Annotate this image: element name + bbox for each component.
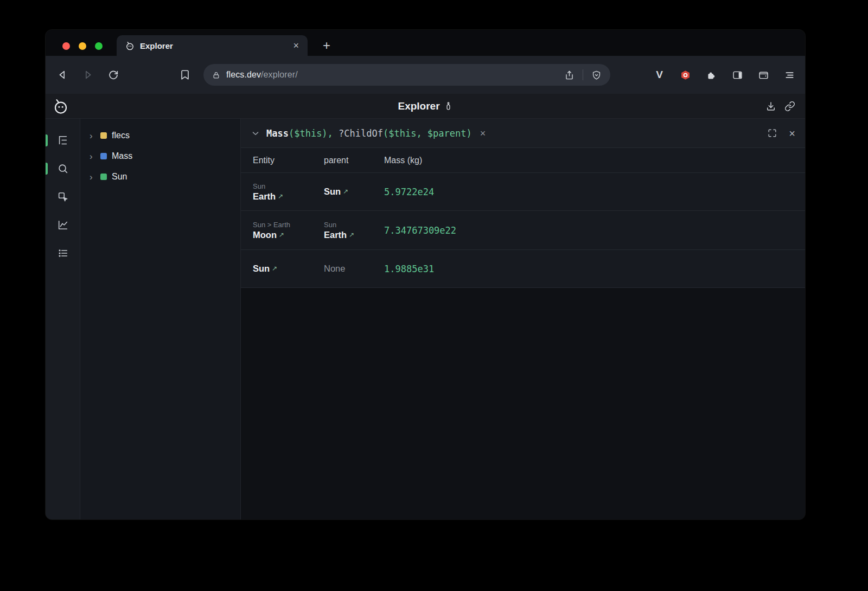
- external-link-icon: ↗: [279, 231, 284, 239]
- sidebar-item-tree[interactable]: [46, 126, 80, 155]
- expander-icon[interactable]: ›: [90, 172, 95, 182]
- rows-icon: [57, 247, 69, 259]
- query-term: ($this, $parent): [383, 128, 472, 139]
- extensions-puzzle-icon[interactable]: [704, 66, 719, 84]
- column-entity: Entity: [253, 156, 324, 165]
- table-row: Sun↗ None 1.9885e31: [241, 249, 805, 287]
- tree-icon: [57, 134, 69, 146]
- sidebar-toggle-icon[interactable]: [730, 66, 745, 84]
- tree-item-mass[interactable]: › Mass: [80, 146, 240, 166]
- url-text[interactable]: flecs.dev/explorer/: [226, 70, 564, 80]
- divider: [583, 69, 583, 80]
- entity-path: Sun: [253, 182, 324, 190]
- address-bar[interactable]: flecs.dev/explorer/: [203, 64, 610, 86]
- app-header: Explorer: [46, 94, 805, 119]
- active-indicator-query: [46, 163, 48, 175]
- fullscreen-icon[interactable]: [767, 128, 777, 138]
- close-window-button[interactable]: [62, 42, 70, 50]
- tab-strip: Explorer × +: [46, 30, 805, 56]
- search-icon: [57, 163, 69, 175]
- inspector-icon: [57, 191, 69, 203]
- tab-title: Explorer: [140, 41, 288, 50]
- query-clear-icon[interactable]: ×: [480, 129, 486, 138]
- parent-link[interactable]: Earth↗: [324, 230, 384, 240]
- hexagon-badge-icon[interactable]: [678, 66, 693, 84]
- entity-cell: Sun > Earth Moon↗: [253, 221, 324, 240]
- tool-sidebar: [46, 119, 80, 519]
- query-term: Mass: [266, 128, 289, 139]
- parent-cell: Sun↗: [324, 187, 384, 197]
- expander-icon[interactable]: ›: [90, 152, 95, 161]
- external-link-icon: ↗: [349, 231, 354, 239]
- url-path: /explorer/: [261, 70, 298, 79]
- mass-value: 5.9722e24: [384, 187, 805, 197]
- sidebar-item-profiler[interactable]: [46, 239, 80, 267]
- app-content: › flecs › Mass › Sun Mass($this), ?Chi: [46, 119, 805, 519]
- column-mass: Mass (kg): [384, 156, 805, 165]
- query-expression[interactable]: Mass($this), ?ChildOf($this, $parent): [266, 128, 472, 139]
- entity-swatch: [100, 132, 107, 139]
- reload-button[interactable]: [104, 66, 123, 84]
- zoom-window-button[interactable]: [95, 42, 103, 50]
- sidebar-item-inspect[interactable]: [46, 183, 80, 211]
- entity-swatch: [100, 174, 107, 180]
- tab-explorer[interactable]: Explorer ×: [117, 35, 308, 56]
- new-tab-button[interactable]: +: [317, 36, 336, 55]
- mass-value: 1.9885e31: [384, 264, 805, 274]
- forward-button[interactable]: [79, 66, 97, 84]
- browser-window: Explorer × + flecs.d: [46, 30, 805, 519]
- mass-value: 7.34767309e22: [384, 225, 805, 236]
- tree-item-sun[interactable]: › Sun: [80, 166, 240, 187]
- entity-link[interactable]: Moon↗: [253, 230, 324, 240]
- back-button[interactable]: [53, 66, 72, 84]
- share-icon[interactable]: [564, 70, 575, 80]
- table-row: Sun Earth↗ Sun↗ 5.9722e24: [241, 172, 805, 210]
- expander-icon[interactable]: ›: [90, 131, 95, 140]
- tree-item-label: flecs: [112, 131, 130, 140]
- parent-cell: Sun Earth↗: [324, 221, 384, 240]
- forward-icon: [82, 69, 94, 81]
- query-close-icon[interactable]: ×: [789, 128, 795, 139]
- share-link-icon[interactable]: [784, 101, 795, 112]
- parent-link[interactable]: Sun↗: [324, 187, 384, 197]
- tree-item-flecs[interactable]: › flecs: [80, 125, 240, 146]
- menu-icon[interactable]: [782, 66, 797, 84]
- results-table: Entity parent Mass (kg) Sun Earth↗ Sun↗ …: [241, 148, 805, 288]
- browser-toolbar: flecs.dev/explorer/ V: [46, 56, 805, 94]
- explorer-beacon-icon: [444, 101, 453, 111]
- sidebar-item-query[interactable]: [46, 155, 80, 183]
- wallet-icon[interactable]: [756, 66, 771, 84]
- bookmark-icon: [179, 69, 191, 81]
- minimize-window-button[interactable]: [79, 42, 86, 50]
- entity-link[interactable]: Earth↗: [253, 191, 324, 202]
- brave-shield-icon[interactable]: [591, 70, 602, 80]
- table-header: Entity parent Mass (kg): [241, 148, 805, 172]
- tree-item-label: Sun: [112, 172, 127, 182]
- query-bar: Mass($this), ?ChildOf($this, $parent) × …: [241, 119, 805, 148]
- entity-tree-panel: › flecs › Mass › Sun: [80, 119, 241, 519]
- entity-cell: Sun Earth↗: [253, 182, 324, 202]
- column-parent: parent: [324, 156, 384, 165]
- bookmark-button[interactable]: [176, 66, 194, 84]
- query-term: ?ChildOf: [339, 128, 383, 139]
- external-link-icon: ↗: [272, 265, 277, 272]
- back-icon: [56, 69, 68, 81]
- url-domain: flecs.dev: [226, 70, 261, 79]
- active-indicator-tree: [46, 134, 48, 146]
- query-panel: Mass($this), ?ChildOf($this, $parent) × …: [241, 119, 805, 519]
- tab-close-icon[interactable]: ×: [293, 41, 299, 50]
- parent-cell: None: [324, 264, 384, 274]
- vue-devtools-icon[interactable]: V: [652, 66, 667, 84]
- query-term: ($this),: [289, 128, 339, 139]
- chart-icon: [57, 219, 69, 231]
- lock-icon: [212, 71, 220, 79]
- tree-item-label: Mass: [112, 151, 132, 161]
- sidebar-item-stats[interactable]: [46, 211, 80, 239]
- entity-path: Sun > Earth: [253, 221, 324, 229]
- download-icon[interactable]: [765, 101, 776, 112]
- chevron-down-icon[interactable]: [251, 129, 260, 138]
- entity-link[interactable]: Sun↗: [253, 264, 324, 274]
- parent-path: Sun: [324, 221, 384, 229]
- external-link-icon: ↗: [278, 192, 283, 200]
- external-link-icon: ↗: [343, 188, 348, 195]
